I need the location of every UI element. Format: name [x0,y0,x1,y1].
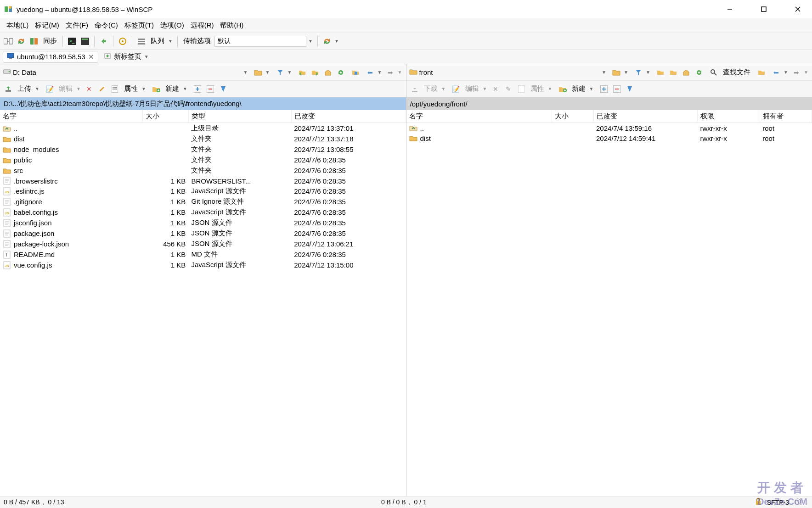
svg-point-1 [9,6,11,9]
refresh-dropdown[interactable]: ▼ [334,39,340,44]
table-row[interactable]: JSbabel.config.js1 KBJavaScript 源文件2024/… [0,207,406,218]
sync-label[interactable]: 同步 [41,36,59,46]
settings-icon[interactable] [117,36,128,47]
properties-icon[interactable] [109,84,120,95]
queue-label[interactable]: 队列 [149,36,166,46]
table-row[interactable]: package-lock.json456 KBJSON 源文件2024/7/12… [0,239,406,249]
close-button[interactable] [787,2,808,16]
maximize-button[interactable] [753,2,774,16]
table-row[interactable]: TREADME.md1 KBMD 文件2024/7/6 0:28:35 [0,249,406,260]
nav-back-arrow-icon[interactable]: ⬅ [365,67,376,78]
find-button[interactable]: 查找文件 [721,67,752,78]
table-row[interactable]: JSvue.config.js1 KBJavaScript 源文件2024/7/… [0,260,406,270]
sync-icon[interactable] [16,36,27,47]
terminal-icon[interactable]: >_ [67,36,78,47]
upload-button[interactable]: 上传 [16,84,33,94]
forward-icon[interactable] [310,67,321,78]
invert-icon[interactable] [218,84,229,95]
minus-icon[interactable] [611,84,622,95]
queue-icon[interactable] [136,36,147,47]
remote-navbar: front ▼ ▼ ▼ 查找文件 ⬅▼ ➡▼ [406,64,812,81]
column-header[interactable]: 类型 [188,110,291,123]
home-icon[interactable] [681,67,692,78]
filter-icon[interactable] [633,67,644,78]
local-path[interactable]: D:\...\悦动仓库\act12team30repo\悦动壁纸-7月5日产品代… [0,97,406,110]
new-button[interactable]: 新建 [164,84,181,94]
menu-item[interactable]: 标记(M) [32,19,62,32]
table-row[interactable]: ..2024/7/4 13:59:16rwxr-xr-xroot [406,123,812,134]
bookmark-icon[interactable] [350,67,361,78]
menu-item[interactable]: 远程(R) [188,19,217,32]
new-tab-dropdown[interactable]: ▼ [144,54,150,59]
column-header[interactable]: 权限 [697,110,760,123]
table-row[interactable]: ..上级目录2024/7/12 13:37:01 [0,123,406,134]
back-icon[interactable] [297,67,308,78]
column-header[interactable]: 大小 [552,110,593,123]
properties-button[interactable]: 属性 [122,84,140,94]
remote-dir-dropdown[interactable]: ▼ [602,70,607,75]
menu-item[interactable]: 标签页(T) [122,19,157,32]
table-row[interactable]: src文件夹2024/7/6 0:28:35 [0,165,406,176]
upload-icon[interactable] [3,84,14,95]
table-row[interactable]: node_modules文件夹2024/7/12 13:08:55 [0,144,406,155]
column-header[interactable]: 已改变 [593,110,697,123]
column-header[interactable]: 大小 [143,110,188,123]
refresh-icon[interactable] [335,67,346,78]
forward-icon[interactable] [668,67,679,78]
invert-icon[interactable] [624,84,635,95]
local-drive-selector[interactable]: D: Data [13,68,36,76]
remote-filelist[interactable]: 名字大小已改变权限拥有者..2024/7/4 13:59:16rwxr-xr-x… [406,110,812,501]
column-header[interactable]: 拥有者 [760,110,812,123]
table-row[interactable]: .gitignore1 KBGit Ignore 源文件2024/7/6 0:2… [0,196,406,207]
nav-back-arrow-icon[interactable]: ⬅ [771,67,782,78]
table-row[interactable]: dist文件夹2024/7/12 13:37:18 [0,134,406,144]
transfer-preset-dropdown[interactable]: ▼ [308,39,314,44]
rename-icon[interactable] [96,84,107,95]
plus-icon[interactable] [598,84,609,95]
table-row[interactable]: .browserslistrc1 KBBROWSERSLIST...2024/7… [0,176,406,186]
transfer-preset-input[interactable] [214,36,306,47]
svg-rect-27 [113,89,117,89]
compare-icon[interactable] [28,36,39,47]
minimize-button[interactable] [719,2,740,16]
close-icon[interactable]: ✕ [88,53,94,61]
plus-icon[interactable] [192,84,203,95]
refresh-all-icon[interactable] [321,36,333,47]
home-icon[interactable] [322,67,333,78]
menu-item[interactable]: 命令(C) [92,19,121,32]
find-icon[interactable] [708,67,719,78]
column-header[interactable]: 名字 [0,110,143,123]
table-row[interactable]: dist2024/7/12 14:59:41rwxr-xr-xroot [406,133,812,143]
menu-item[interactable]: 选项(O) [158,19,187,32]
sync-browse-icon[interactable] [3,36,14,47]
table-row[interactable]: JS.eslintrc.js1 KBJavaScript 源文件2024/7/6… [0,186,406,196]
column-header[interactable]: 名字 [406,110,552,123]
delete-icon[interactable]: ✕ [84,84,95,95]
session-tab[interactable]: ubuntu@118.89.58.53 ✕ [3,51,98,63]
table-row[interactable]: package.json1 KBJSON 源文件2024/7/6 0:28:35 [0,228,406,239]
menu-item[interactable]: 本地(L) [4,19,31,32]
new-folder-icon[interactable] [557,84,568,95]
queue-dropdown[interactable]: ▼ [168,39,174,44]
drive-dropdown[interactable]: ▼ [243,70,249,75]
filter-icon[interactable] [275,67,286,78]
bookmark-icon[interactable] [756,67,767,78]
column-header[interactable]: 已改变 [291,110,406,123]
open-folder-icon[interactable] [611,67,622,78]
remote-path[interactable]: /opt/yuedong/front/ [406,97,812,110]
transfer-icon[interactable] [98,36,109,47]
new-button[interactable]: 新建 [570,84,587,94]
open-folder-icon[interactable] [253,67,264,78]
menu-item[interactable]: 帮助(H) [217,19,246,32]
new-folder-icon[interactable] [151,84,162,95]
new-tab-button[interactable]: 新标签页 ▼ [100,51,153,62]
minus-icon[interactable] [205,84,216,95]
refresh-icon[interactable] [694,67,705,78]
table-row[interactable]: jsconfig.json1 KBJSON 源文件2024/7/6 0:28:3… [0,218,406,228]
menu-item[interactable]: 文件(F) [63,19,91,32]
local-filelist[interactable]: 名字大小类型已改变..上级目录2024/7/12 13:37:01dist文件夹… [0,110,406,501]
console-icon[interactable] [79,36,90,47]
remote-dir-selector[interactable]: front [419,68,433,76]
back-icon[interactable] [655,67,666,78]
table-row[interactable]: public文件夹2024/7/6 0:28:35 [0,155,406,165]
